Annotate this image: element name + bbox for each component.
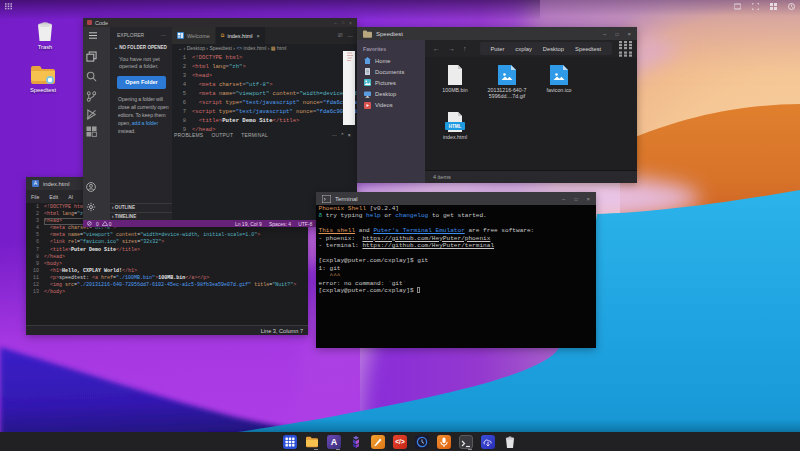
- svg-text:HTML: HTML: [449, 124, 462, 129]
